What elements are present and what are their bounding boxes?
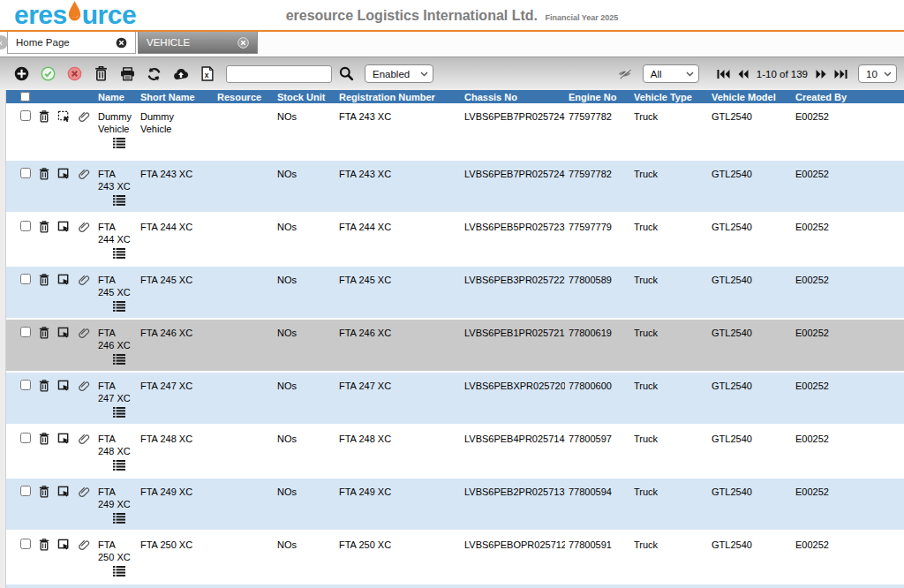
row-details-list-icon[interactable]	[113, 195, 125, 208]
attachment-icon[interactable]	[79, 380, 90, 392]
approve-icon[interactable]	[39, 64, 57, 83]
add-icon[interactable]	[12, 64, 31, 83]
attachment-icon[interactable]	[79, 168, 90, 180]
left-splitter[interactable]	[0, 90, 6, 588]
next-page-icon[interactable]	[816, 70, 826, 79]
duplicate-icon[interactable]	[57, 433, 71, 445]
row-details-list-icon[interactable]	[113, 248, 125, 261]
row-checkbox[interactable]	[20, 221, 31, 231]
prev-page-icon[interactable]	[738, 70, 749, 79]
duplicate-icon[interactable]	[57, 486, 71, 498]
vehicle-model-cell: GTL2540	[708, 426, 792, 477]
row-checkbox[interactable]	[20, 274, 31, 284]
delete-row-icon[interactable]	[39, 380, 49, 392]
chassis-cell: LVBS6PEB7PR025724	[461, 103, 565, 159]
delete-row-icon[interactable]	[39, 168, 49, 180]
delete-row-icon[interactable]	[39, 274, 49, 286]
column-header-registration-number[interactable]: Registration Number	[335, 92, 461, 102]
row-details-list-icon[interactable]	[113, 513, 125, 526]
column-header-created-by[interactable]: Created By	[792, 92, 904, 102]
resource-cell	[214, 426, 274, 477]
attachment-icon[interactable]	[79, 221, 90, 233]
table-row-partial[interactable]	[6, 584, 904, 588]
tab-vehicle[interactable]: VEHICLE	[138, 32, 258, 54]
close-icon[interactable]	[116, 37, 127, 49]
table-row[interactable]: FTA 250 XC FTA 250 XC NOs FTA 250 XC LVB…	[6, 531, 904, 584]
table-row[interactable]: FTA 244 XC FTA 244 XC NOs FTA 244 XC LVB…	[6, 214, 904, 267]
attachment-icon[interactable]	[79, 486, 90, 498]
column-header-resource[interactable]: Resource	[214, 92, 274, 102]
delete-row-icon[interactable]	[39, 486, 49, 498]
svg-text:x: x	[204, 71, 208, 79]
attachment-icon[interactable]	[79, 274, 90, 286]
duplicate-icon[interactable]	[57, 110, 71, 123]
duplicate-icon[interactable]	[57, 380, 71, 392]
search-input[interactable]	[226, 65, 332, 83]
row-details-list-icon[interactable]	[113, 566, 125, 579]
column-header-short-name[interactable]: Short Name	[137, 92, 214, 102]
table-row[interactable]: Dummy Vehicle Dummy Vehicle NOs FTA 243 …	[6, 103, 904, 161]
engine-cell: 77800619	[565, 320, 630, 371]
last-page-icon[interactable]	[834, 70, 848, 79]
column-header-engine-no[interactable]: Engine No	[565, 92, 630, 102]
delete-icon[interactable]	[92, 64, 110, 83]
table-row[interactable]: FTA 249 XC FTA 249 XC NOs FTA 249 XC LVB…	[6, 479, 904, 531]
resource-cell	[214, 531, 274, 583]
short-name-cell: FTA 249 XC	[137, 479, 214, 530]
column-header-vehicle-type[interactable]: Vehicle Type	[630, 92, 708, 102]
table-row[interactable]: FTA 247 XC FTA 247 XC NOs FTA 247 XC LVB…	[6, 373, 904, 426]
column-header-chassis-no[interactable]: Chassis No	[461, 92, 565, 102]
search-icon[interactable]	[339, 66, 354, 81]
excel-export-icon[interactable]: x	[198, 64, 216, 83]
duplicate-icon[interactable]	[57, 168, 71, 180]
row-checkbox[interactable]	[20, 327, 31, 337]
column-header-stock-unit[interactable]: Stock Unit	[274, 92, 335, 102]
row-checkbox[interactable]	[20, 433, 31, 443]
row-checkbox[interactable]	[20, 539, 31, 549]
row-details-list-icon[interactable]	[113, 354, 125, 367]
select-all-checkbox[interactable]	[20, 92, 30, 102]
column-header-vehicle-model[interactable]: Vehicle Model	[708, 92, 792, 102]
row-checkbox[interactable]	[20, 110, 31, 121]
page-size-value: 10	[866, 69, 878, 79]
refresh-icon[interactable]	[145, 64, 163, 83]
attachment-icon[interactable]	[79, 110, 90, 123]
row-details-list-icon[interactable]	[113, 138, 125, 151]
duplicate-icon[interactable]	[57, 221, 71, 233]
status-filter-select[interactable]: Enabled	[365, 64, 433, 83]
table-row[interactable]: FTA 248 XC FTA 248 XC NOs FTA 248 XC LVB…	[6, 426, 904, 479]
tab-home-page[interactable]: Home Page	[7, 32, 136, 54]
table-row[interactable]: FTA 243 XC FTA 243 XC NOs FTA 243 XC LVB…	[6, 161, 904, 214]
resource-cell	[214, 161, 274, 212]
row-details-list-icon[interactable]	[113, 301, 125, 314]
first-page-icon[interactable]	[717, 70, 730, 79]
reject-icon[interactable]	[65, 64, 84, 83]
table-row-selected[interactable]: FTA 246 XC FTA 246 XC NOs FTA 246 XC LVB…	[6, 320, 904, 373]
page-size-select[interactable]: 10	[858, 64, 897, 83]
row-details-list-icon[interactable]	[113, 407, 125, 420]
duplicate-icon[interactable]	[57, 274, 71, 286]
row-checkbox[interactable]	[20, 380, 31, 390]
cloud-upload-icon[interactable]	[171, 64, 190, 83]
print-icon[interactable]	[118, 64, 137, 83]
tab-home-label: Home Page	[16, 37, 109, 48]
delete-row-icon[interactable]	[39, 327, 49, 339]
delete-row-icon[interactable]	[39, 539, 49, 551]
duplicate-icon[interactable]	[57, 539, 71, 551]
row-checkbox[interactable]	[20, 486, 31, 496]
row-checkbox[interactable]	[20, 168, 31, 178]
eye-slash-icon[interactable]	[615, 64, 634, 83]
delete-row-icon[interactable]	[39, 433, 49, 445]
column-filter-select[interactable]: All	[643, 64, 699, 83]
attachment-icon[interactable]	[79, 539, 90, 551]
row-details-list-icon[interactable]	[113, 460, 125, 473]
attachment-icon[interactable]	[79, 327, 90, 339]
created-by-cell: E00252	[792, 479, 904, 530]
delete-row-icon[interactable]	[39, 221, 49, 233]
attachment-icon[interactable]	[79, 433, 90, 445]
close-icon[interactable]	[237, 37, 249, 49]
duplicate-icon[interactable]	[57, 327, 71, 339]
table-row[interactable]: FTA 245 XC FTA 245 XC NOs FTA 245 XC LVB…	[6, 267, 904, 320]
delete-row-icon[interactable]	[39, 110, 49, 123]
column-header-name[interactable]: Name	[94, 92, 137, 102]
